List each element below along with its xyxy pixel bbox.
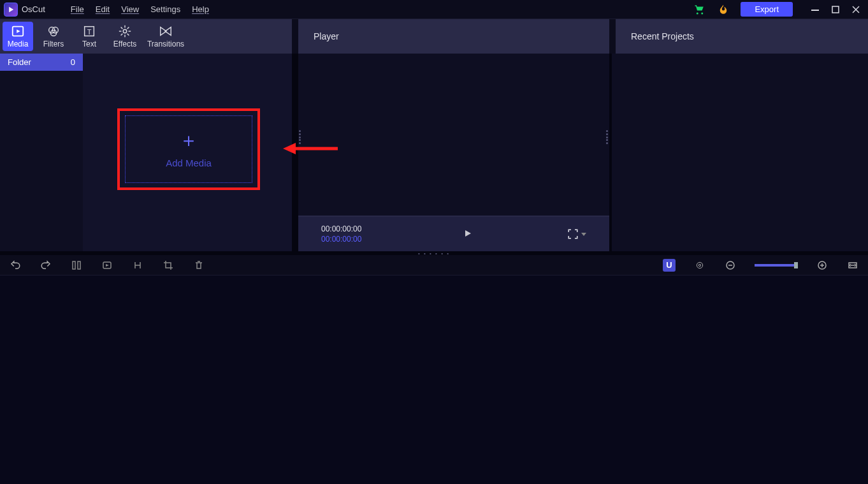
add-media-label: Add Media (166, 158, 212, 168)
menu-file[interactable]: File (71, 4, 84, 14)
chevron-down-icon (581, 231, 586, 237)
svg-marker-30 (106, 264, 109, 267)
svg-marker-26 (581, 233, 586, 236)
timecode-total: 00:00:00:00 (321, 235, 361, 244)
main-menu: File Edit View Settings Help (71, 4, 209, 14)
menu-edit[interactable]: Edit (96, 4, 110, 14)
zoom-slider[interactable] (755, 264, 798, 267)
play-button[interactable] (463, 229, 472, 240)
timeline-toolbar: U (0, 255, 868, 275)
tab-effects[interactable]: Effects (107, 19, 143, 54)
resize-handle-right[interactable] (606, 130, 609, 144)
player-viewport (298, 54, 609, 216)
player-header-label: Player (314, 31, 339, 41)
tab-text[interactable]: T Text (71, 19, 107, 54)
svg-marker-24 (283, 143, 296, 154)
cart-icon[interactable] (693, 4, 706, 15)
menu-settings[interactable]: Settings (150, 4, 180, 14)
player-panel-header: Player (298, 19, 609, 54)
recent-projects-pane (609, 54, 868, 251)
tab-transitions-label: Transitions (147, 40, 184, 48)
svg-rect-2 (832, 6, 839, 13)
timecode-current: 00:00:00:00 (321, 224, 361, 233)
tab-filters[interactable]: Filters (36, 19, 71, 54)
tab-media-label: Media (8, 40, 29, 48)
export-button[interactable]: Export (741, 2, 793, 17)
tool-tabs: Media Filters T Text Effects Transitions (0, 19, 292, 54)
maximize-button[interactable] (830, 4, 841, 15)
split-button[interactable] (70, 259, 83, 272)
plus-icon: ＋ (179, 131, 198, 150)
titlebar: OsCut File Edit View Settings Help Expor… (0, 0, 868, 19)
svg-rect-1 (811, 10, 819, 11)
crop-button[interactable] (162, 259, 175, 272)
undo-button[interactable] (9, 259, 22, 272)
svg-rect-27 (73, 261, 75, 269)
zoom-in-button[interactable] (816, 259, 828, 272)
svg-line-19 (127, 27, 129, 29)
fit-button[interactable] (846, 259, 859, 272)
settings-icon-button[interactable] (693, 259, 706, 272)
snap-button[interactable]: U (663, 259, 676, 272)
svg-marker-0 (9, 6, 13, 11)
app-logo-icon (4, 3, 18, 17)
folder-label: Folder (8, 57, 31, 67)
player-pane: 00:00:00:00 00:00:00:00 (298, 54, 609, 251)
folder-column: Folder 0 (0, 54, 83, 251)
upper-area: Folder 0 ＋ Add Media (0, 54, 868, 251)
flame-icon[interactable] (718, 4, 729, 15)
recent-header-label: Recent Projects (631, 31, 694, 41)
svg-marker-6 (17, 29, 20, 33)
svg-rect-28 (78, 261, 80, 269)
recent-panel-header: Recent Projects (616, 19, 868, 54)
svg-point-32 (698, 264, 700, 266)
tab-media[interactable]: Media (3, 22, 33, 51)
cut-button[interactable] (131, 259, 144, 272)
timeline-area[interactable] (0, 275, 868, 484)
tab-filters-label: Filters (43, 40, 64, 48)
svg-line-18 (127, 34, 129, 36)
delete-button[interactable] (192, 259, 205, 272)
media-pane: Folder 0 ＋ Add Media (0, 54, 292, 251)
zoom-slider-thumb[interactable] (794, 262, 798, 268)
fullscreen-button[interactable] (567, 228, 586, 240)
svg-line-17 (121, 27, 123, 29)
resize-handle-left[interactable] (299, 130, 301, 144)
svg-point-12 (123, 29, 127, 33)
svg-text:T: T (87, 28, 92, 36)
menu-help[interactable]: Help (192, 4, 209, 14)
svg-point-31 (697, 262, 702, 268)
folder-count: 0 (71, 57, 75, 67)
media-canvas: ＋ Add Media (83, 54, 292, 251)
minimize-button[interactable] (809, 4, 821, 15)
tab-text-label: Text (82, 40, 96, 48)
add-media-button[interactable]: ＋ Add Media (117, 108, 260, 190)
svg-marker-25 (465, 230, 471, 237)
redo-button[interactable] (40, 259, 52, 272)
folder-item[interactable]: Folder 0 (0, 54, 83, 71)
menu-view[interactable]: View (121, 4, 139, 14)
tabs-row: Media Filters T Text Effects Transitions… (0, 19, 868, 54)
tab-transitions[interactable]: Transitions (143, 19, 189, 54)
player-controls: 00:00:00:00 00:00:00:00 (298, 216, 609, 251)
app-title: OsCut (22, 4, 45, 14)
zoom-out-button[interactable] (724, 259, 737, 272)
tab-effects-label: Effects (113, 40, 136, 48)
svg-line-20 (121, 34, 123, 36)
marker-button[interactable] (101, 259, 113, 272)
close-button[interactable] (850, 4, 862, 15)
